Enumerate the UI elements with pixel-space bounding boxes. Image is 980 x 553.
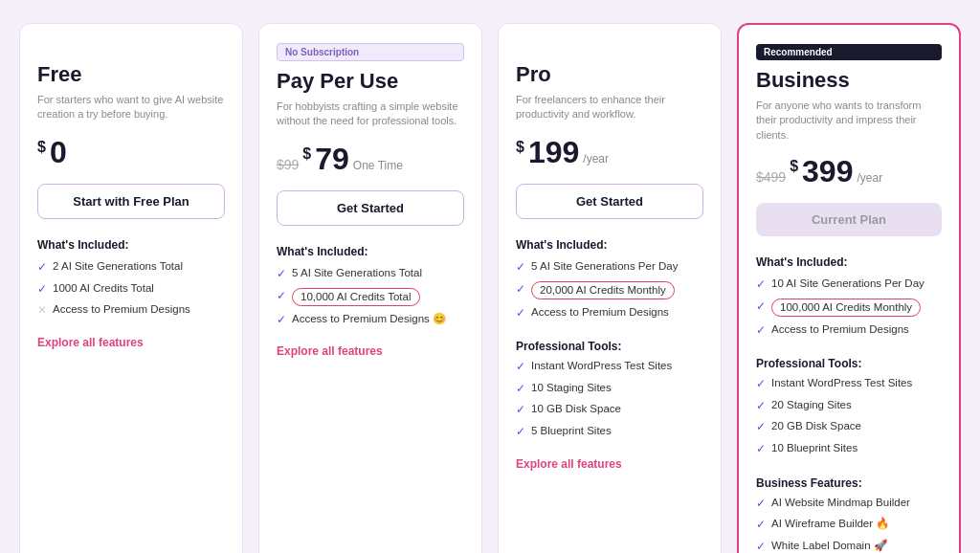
price-original: $99 bbox=[277, 157, 299, 172]
explore-link[interactable]: Explore all features bbox=[277, 344, 464, 358]
included-title: What's Included: bbox=[756, 255, 942, 269]
plan-name: Pro bbox=[516, 62, 703, 87]
explore-link[interactable]: Explore all features bbox=[37, 336, 225, 349]
plan-cta-button[interactable]: Get Started bbox=[516, 184, 703, 219]
plan-desc: For freelancers to enhance their product… bbox=[516, 93, 703, 123]
check-icon: ✓ bbox=[516, 360, 525, 375]
check-icon: ✓ bbox=[756, 377, 766, 392]
price-period: /year bbox=[857, 171, 882, 185]
plan-name: Pay Per Use bbox=[277, 69, 464, 94]
feature-text: Access to Premium Designs 😊 bbox=[292, 312, 446, 326]
plan-card-pro: ProFor freelancers to enhance their prod… bbox=[498, 23, 722, 553]
feature-item: ✓Access to Premium Designs 😊 bbox=[277, 312, 464, 328]
check-icon: ✓ bbox=[516, 403, 525, 418]
business-feature-text: AI Wireframe Builder 🔥 bbox=[771, 517, 889, 531]
check-icon: ✓ bbox=[277, 267, 286, 282]
plan-desc: For anyone who wants to transform their … bbox=[756, 99, 942, 143]
price-currency: $ bbox=[790, 158, 798, 175]
feature-item: ✓1000 AI Credits Total bbox=[37, 281, 225, 298]
included-title: What's Included: bbox=[516, 238, 703, 252]
price-original: $499 bbox=[756, 169, 786, 185]
price-currency: $ bbox=[37, 139, 46, 156]
tool-item: ✓ 10 Blueprint Sites bbox=[756, 441, 942, 457]
check-icon: ✓ bbox=[516, 306, 525, 321]
price-amount: 399 bbox=[802, 154, 853, 189]
included-title: What's Included: bbox=[37, 238, 225, 252]
check-icon: ✓ bbox=[756, 323, 766, 339]
feature-text: 10,000 AI Credits Total bbox=[292, 288, 420, 306]
professional-tools-title: Professional Tools: bbox=[756, 357, 942, 370]
tool-text: 10 Blueprint Sites bbox=[771, 441, 858, 455]
tool-text: 5 Blueprint Sites bbox=[531, 424, 612, 438]
business-feature-text: White Label Domain 🚀 bbox=[771, 539, 887, 553]
price-row: $499$399/year bbox=[756, 154, 942, 189]
feature-item: ✓100,000 AI Credits Monthly bbox=[756, 299, 942, 317]
feature-text: 2 AI Site Generations Total bbox=[53, 259, 183, 274]
cross-icon: ✕ bbox=[37, 303, 47, 319]
check-icon: ✓ bbox=[756, 399, 766, 414]
feature-item: ✓20,000 AI Credits Monthly bbox=[516, 281, 703, 299]
tool-item: ✓ 20 GB Disk Space bbox=[756, 419, 942, 435]
feature-item: ✓Access to Premium Designs bbox=[516, 305, 703, 321]
explore-link[interactable]: Explore all features bbox=[516, 457, 703, 471]
pricing-grid: FreeFor starters who want to give AI web… bbox=[19, 23, 961, 553]
plan-desc: For starters who want to give AI website… bbox=[37, 93, 225, 123]
feature-item: ✓10 AI Site Generations Per Day bbox=[756, 276, 942, 293]
check-icon: ✓ bbox=[516, 382, 525, 397]
price-row: $0 bbox=[37, 135, 225, 170]
tool-text: 20 GB Disk Space bbox=[771, 419, 861, 433]
business-feature-item: ✓ White Label Domain 🚀 bbox=[756, 539, 942, 553]
feature-item: ✓5 AI Site Generations Total bbox=[277, 266, 464, 282]
feature-text: 1000 AI Credits Total bbox=[53, 281, 154, 296]
plan-cta-button[interactable]: Start with Free Plan bbox=[37, 184, 225, 219]
check-icon: ✓ bbox=[756, 420, 766, 435]
tool-text: 10 GB Disk Space bbox=[531, 402, 621, 416]
check-icon: ✓ bbox=[277, 289, 286, 304]
check-icon: ✓ bbox=[516, 425, 525, 440]
check-icon: ✓ bbox=[37, 282, 47, 298]
tool-text: 10 Staging Sites bbox=[531, 381, 612, 395]
feature-item: ✓Access to Premium Designs bbox=[756, 322, 942, 339]
price-row: $99$79One Time bbox=[277, 142, 464, 177]
check-icon: ✓ bbox=[756, 442, 766, 457]
included-title: What's Included: bbox=[277, 245, 464, 258]
tool-item: ✓ 10 GB Disk Space bbox=[516, 402, 703, 418]
business-features-title: Business Features: bbox=[756, 476, 942, 490]
price-period: One Time bbox=[353, 159, 403, 172]
feature-item: ✕Access to Premium Designs bbox=[37, 302, 225, 319]
tool-item: ✓ Instant WordPress Test Sites bbox=[516, 359, 703, 375]
plan-cta-button[interactable]: Get Started bbox=[277, 190, 464, 226]
check-icon: ✓ bbox=[756, 299, 766, 315]
tool-item: ✓ 10 Staging Sites bbox=[516, 381, 703, 397]
price-period: /year bbox=[583, 152, 609, 166]
price-currency: $ bbox=[516, 139, 524, 156]
price-row: $199/year bbox=[516, 135, 703, 170]
plan-name: Free bbox=[37, 62, 225, 87]
plan-card-free: FreeFor starters who want to give AI web… bbox=[19, 23, 243, 553]
included-features: ✓5 AI Site Generations Per Day✓20,000 AI… bbox=[516, 259, 703, 321]
business-feature-item: ✓ AI Website Mindmap Builder bbox=[756, 496, 942, 512]
check-icon: ✓ bbox=[516, 260, 525, 276]
tool-item: ✓ 20 Staging Sites bbox=[756, 398, 942, 414]
feature-item: ✓2 AI Site Generations Total bbox=[37, 259, 225, 276]
check-icon: ✓ bbox=[277, 313, 286, 328]
tool-item: ✓ Instant WordPress Test Sites bbox=[756, 376, 942, 392]
plan-desc: For hobbyists crafting a simple website … bbox=[277, 100, 464, 130]
feature-item: ✓5 AI Site Generations Per Day bbox=[516, 259, 703, 276]
feature-text: 5 AI Site Generations Per Day bbox=[531, 259, 678, 274]
feature-text: Access to Premium Designs bbox=[771, 322, 909, 337]
professional-tools-list: ✓ Instant WordPress Test Sites ✓ 20 Stag… bbox=[756, 376, 942, 456]
included-features: ✓5 AI Site Generations Total✓10,000 AI C… bbox=[277, 266, 464, 327]
plan-card-pay-per-use: No SubscriptionPay Per UseFor hobbyists … bbox=[258, 23, 482, 553]
tool-text: Instant WordPress Test Sites bbox=[531, 359, 672, 373]
feature-text: 100,000 AI Credits Monthly bbox=[771, 299, 921, 317]
plan-cta-button: Current Plan bbox=[756, 203, 942, 236]
check-icon: ✓ bbox=[756, 518, 766, 533]
price-amount: 199 bbox=[528, 135, 579, 170]
plan-badge: No Subscription bbox=[277, 43, 464, 61]
included-features: ✓2 AI Site Generations Total✓1000 AI Cre… bbox=[37, 259, 225, 319]
check-icon: ✓ bbox=[516, 282, 525, 298]
price-amount: 0 bbox=[50, 135, 67, 170]
plan-card-business: RecommendedBusinessFor anyone who wants … bbox=[737, 23, 961, 553]
feature-text: 10 AI Site Generations Per Day bbox=[771, 276, 924, 291]
